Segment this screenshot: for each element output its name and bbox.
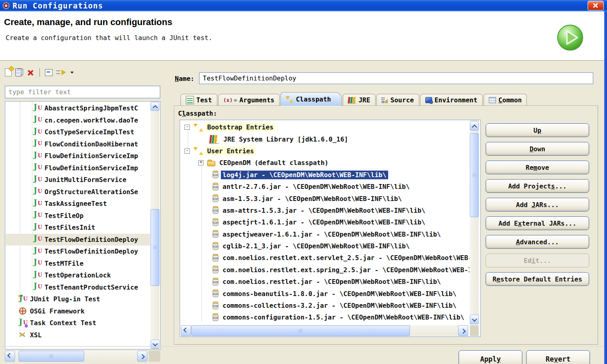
window-right-border xyxy=(604,11,607,364)
tree-item[interactable]: AbastractSpringJbpmTestC xyxy=(6,102,150,114)
thumb-grip xyxy=(153,246,157,250)
window-title: Run Configurations xyxy=(13,1,103,10)
chevron-right-icon xyxy=(461,329,466,334)
tab-environment[interactable]: Environment xyxy=(420,94,483,106)
classpath-row[interactable]: com.noelios.restlet.jar - \CEOpenDM\WebR… xyxy=(180,276,469,288)
classpath-row[interactable]: - Bootstrap Entries xyxy=(180,121,469,133)
tree-expander[interactable]: - xyxy=(185,148,190,154)
classpath-row[interactable]: log4j.jar - \CEOpenDM\WebRoot\WEB-INF\li… xyxy=(180,169,469,181)
tree-item[interactable]: FlowConditionDaoHibernat xyxy=(6,138,150,150)
close-button[interactable] xyxy=(588,1,604,11)
tree-item[interactable]: JunitMultiFormService xyxy=(6,174,150,186)
scroll-up-button[interactable] xyxy=(470,121,479,131)
tab-arguments[interactable]: Arguments xyxy=(218,94,280,106)
tree-item[interactable]: OrgStructureAlterationSe xyxy=(6,186,150,198)
junit-icon xyxy=(32,152,43,161)
classpath-row[interactable]: com.noelios.restlet.ext.spring_2.5.jar -… xyxy=(180,264,469,276)
junit-icon xyxy=(32,223,43,232)
tree-item[interactable]: CostTypeServiceImplTest xyxy=(6,126,150,138)
chevron-up-icon xyxy=(472,124,477,129)
filter-input[interactable] xyxy=(5,86,160,98)
tab-source[interactable]: Source xyxy=(376,94,419,106)
classpath-row[interactable]: commons-configuration-1.5.jar - \CEOpenD… xyxy=(180,311,469,323)
tree-expander[interactable]: - xyxy=(185,125,190,130)
collapse-all-icon[interactable] xyxy=(45,69,53,76)
scroll-up-button[interactable] xyxy=(151,102,159,111)
tree-item[interactable]: FlowDefinitionServiceImp xyxy=(6,150,150,162)
advanced-button[interactable]: Advanced... xyxy=(486,235,589,249)
tree-item[interactable]: cn.ceopen.workflow.daoTe xyxy=(6,114,150,127)
classpath-row[interactable]: commons-beanutils-1.8.0.jar - \CEOpenDM\… xyxy=(180,288,469,299)
classpath-row[interactable]: antlr-2.7.6.jar - \CEOpenDM\WebRoot\WEB-… xyxy=(180,181,469,193)
scroll-down-button[interactable] xyxy=(151,340,159,349)
tree-item[interactable]: TaskAssigneeTest xyxy=(6,198,150,210)
junit-icon xyxy=(32,176,43,184)
tree-item[interactable]: TestOperationLock xyxy=(6,269,150,281)
chevron-left-icon xyxy=(7,353,13,358)
chevron-right-icon xyxy=(140,354,145,360)
classpath-row[interactable]: JRE System Library [jdk1.6.0_16] xyxy=(180,133,469,145)
classpath-row[interactable]: commons-collections-3.2.jar - \CEOpenDM\… xyxy=(180,300,469,311)
tree-item[interactable]: TestFilesInit xyxy=(6,222,150,234)
classpath-row[interactable]: + CEOpenDM (default classpath) xyxy=(180,157,469,169)
tree-item[interactable]: JUnit Plug-in Test xyxy=(6,293,150,305)
tab-jre[interactable]: JRE xyxy=(343,94,376,106)
scroll-left-button[interactable] xyxy=(181,325,191,336)
up-button[interactable]: Up xyxy=(486,123,589,137)
tab-classpath[interactable]: Classpath xyxy=(280,92,342,106)
filter-config-icon[interactable] xyxy=(56,69,67,76)
classpath-row[interactable]: cglib-2.1_3.jar - \CEOpenDM\WebRoot\WEB-… xyxy=(180,240,469,252)
edit-button[interactable]: Edit... xyxy=(486,254,589,267)
duplicate-icon[interactable] xyxy=(15,69,23,76)
jar-icon xyxy=(212,290,219,297)
name-label: Name: xyxy=(175,75,194,83)
remove-button[interactable]: Remove xyxy=(486,161,589,174)
scroll-thumb[interactable] xyxy=(19,351,84,362)
scroll-thumb[interactable] xyxy=(151,209,159,286)
junit-icon xyxy=(32,187,43,196)
classpath-row[interactable]: aspectjweaver-1.6.1.jar - \CEOpenDM\WebR… xyxy=(180,229,469,240)
scroll-left-button[interactable] xyxy=(5,351,15,362)
classpath-row[interactable]: aspectjrt-1.6.1.jar - \CEOpenDM\WebRoot\… xyxy=(180,216,469,228)
tab-common[interactable]: Common xyxy=(484,94,527,106)
add-external-jars-button[interactable]: Add External JARs... xyxy=(486,216,589,230)
junit-icon xyxy=(32,116,43,125)
tab-test[interactable]: Test xyxy=(180,94,217,106)
classpath-tree: - Bootstrap Entries JRE System Library [… xyxy=(180,120,481,337)
revert-button[interactable]: Revert xyxy=(526,350,590,364)
junit-icon xyxy=(32,140,43,148)
down-button[interactable]: Down xyxy=(486,142,589,156)
classpath-icon xyxy=(286,96,293,103)
scroll-thumb[interactable] xyxy=(470,133,479,217)
dropdown-caret-icon[interactable] xyxy=(70,72,74,74)
new-config-icon[interactable] xyxy=(5,68,12,76)
classpath-row[interactable]: asm-1.5.3.jar - \CEOpenDM\WebRoot\WEB-IN… xyxy=(180,193,469,204)
tree-item[interactable]: TestFileOp xyxy=(6,210,150,222)
classpath-row[interactable]: asm-attrs-1.5.3.jar - \CEOpenDM\WebRoot\… xyxy=(180,205,469,216)
environment-icon xyxy=(425,97,432,103)
scroll-down-button[interactable] xyxy=(470,315,479,324)
name-input[interactable] xyxy=(199,72,593,84)
tree-item[interactable]: TestTenantProductService xyxy=(6,281,150,294)
tree-item[interactable]: Task Context Test xyxy=(6,317,150,329)
tree-item[interactable]: TestFlowDefinitionDeploy xyxy=(6,234,150,246)
tree-item[interactable]: TestMTFile xyxy=(6,258,150,270)
junit-icon xyxy=(32,211,43,220)
classpath-row[interactable]: - User Entries xyxy=(180,145,469,157)
tree-item[interactable]: XSL xyxy=(6,329,150,341)
classpath-row[interactable]: com.noelios.restlet.ext.servlet_2.5.jar … xyxy=(180,252,469,264)
apply-button[interactable]: Apply xyxy=(458,350,522,364)
toolbar-separator[interactable] xyxy=(39,68,40,77)
scroll-thumb[interactable] xyxy=(191,325,410,336)
tree-item[interactable]: FlowDefinitionServiceImp xyxy=(6,162,150,174)
scroll-right-button[interactable] xyxy=(458,325,468,336)
add-projects-button[interactable]: Add Projects... xyxy=(486,179,589,193)
tree-item[interactable]: TestFlowDefinitionDeploy xyxy=(6,245,150,258)
tree-expander[interactable]: + xyxy=(198,160,204,165)
tree-item[interactable]: OSGi Framework xyxy=(6,305,150,317)
add-jars-button[interactable]: Add JARs... xyxy=(486,198,589,212)
delete-icon[interactable] xyxy=(27,69,34,76)
restore-default-entries-button[interactable]: Restore Default Entries xyxy=(486,272,589,286)
scroll-right-button[interactable] xyxy=(137,351,147,362)
jar-icon xyxy=(212,278,219,286)
